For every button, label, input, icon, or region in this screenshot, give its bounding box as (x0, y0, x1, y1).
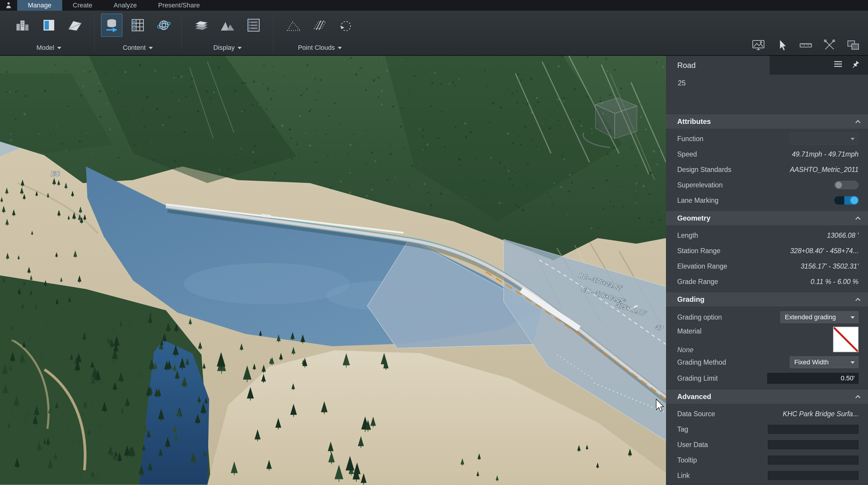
row-station-range: Station Range 328+08.40' - 458+74... (666, 243, 868, 258)
cross-tools-icon[interactable] (823, 38, 837, 52)
point-cloud-convert-icon[interactable] (335, 13, 357, 37)
row-grading-limit: Grading Limit 0.50' (666, 371, 868, 386)
grading-method-value: Fixed Width (794, 359, 829, 366)
section-geometry-title: Geometry (677, 214, 710, 222)
grading-option-label: Grading option (677, 313, 780, 321)
function-label: Function (677, 135, 790, 143)
viewport-3d[interactable]: EC BC - 376+23.82' EC - 376+03.25' 375+0… (0, 55, 666, 485)
chevron-up-icon (855, 119, 862, 124)
elevation-range-label: Elevation Range (677, 262, 801, 270)
grade-range-label: Grade Range (677, 278, 810, 286)
chevron-down-icon (238, 47, 242, 49)
function-dropdown[interactable] (790, 133, 859, 145)
web-globe-icon[interactable] (153, 13, 175, 37)
section-advanced[interactable]: Advanced (666, 390, 868, 404)
model-buildings-icon[interactable] (12, 13, 33, 37)
ribbon-group-point-clouds-label: Point Clouds (298, 44, 335, 51)
user-data-input[interactable] (768, 440, 859, 449)
list-panel-icon[interactable] (243, 13, 264, 37)
section-attributes[interactable]: Attributes (666, 114, 868, 129)
tab-manage[interactable]: Manage (17, 0, 62, 11)
viewport-label-ec: EC (51, 170, 60, 177)
screenshot-icon[interactable] (751, 38, 766, 52)
ruler-icon[interactable] (799, 38, 813, 52)
data-source-label: Data Source (677, 410, 783, 418)
chevron-up-icon (855, 215, 862, 221)
surface-icon[interactable] (64, 13, 86, 37)
ribbon: Model Content (0, 11, 868, 55)
row-length: Length 13066.08 ' (666, 228, 868, 243)
split-view-icon[interactable] (846, 38, 860, 52)
lake-highlight (184, 263, 349, 305)
ribbon-group-point-clouds: Point Clouds (278, 11, 362, 55)
design-standards-label: Design Standards (677, 166, 790, 174)
grading-limit-value: 0.50' (841, 374, 855, 382)
tab-create[interactable]: Create (62, 0, 103, 11)
ribbon-dropdown-model[interactable]: Model (9, 44, 89, 52)
terrain-icon[interactable] (217, 13, 238, 37)
speed-label: Speed (677, 150, 792, 158)
data-source-value: KHC Park Bridge Surfa... (783, 410, 859, 418)
superelevation-toggle[interactable] (834, 181, 859, 189)
pin-icon[interactable] (851, 60, 860, 70)
row-tooltip: Tooltip (666, 452, 868, 468)
link-input[interactable] (768, 471, 859, 480)
material-swatch[interactable] (833, 327, 859, 352)
panel-header: Road (666, 56, 868, 75)
row-speed: Speed 49.71mph - 49.71mph (666, 146, 868, 162)
elevation-range-value: 3156.17' - 3502.31' (801, 262, 859, 270)
properties-panel: Road 25 Attributes Function Speed 49.71m… (666, 55, 868, 485)
chevron-up-icon (855, 296, 862, 303)
grading-method-dropdown[interactable]: Fixed Width (790, 356, 859, 368)
lane-marking-toggle[interactable] (834, 196, 859, 204)
length-value: 13066.08 ' (827, 231, 859, 239)
row-data-source: Data Source KHC Park Bridge Surfa... (666, 406, 868, 422)
grading-limit-label: Grading Limit (677, 374, 767, 382)
station-range-label: Station Range (677, 247, 790, 255)
link-label: Link (677, 472, 768, 480)
ribbon-dropdown-point-clouds[interactable]: Point Clouds (278, 44, 362, 52)
section-advanced-title: Advanced (677, 393, 711, 401)
model-plan-icon[interactable] (38, 13, 60, 37)
grading-limit-input[interactable]: 0.50' (767, 373, 859, 383)
speed-value: 49.71mph - 49.71mph (792, 150, 859, 158)
menu-icon[interactable] (834, 60, 842, 68)
grading-option-dropdown[interactable]: Extended grading (780, 311, 859, 323)
select-cursor-icon[interactable] (775, 38, 789, 52)
length-label: Length (677, 231, 827, 239)
tab-bar: Manage Create Analyze Present/Share (0, 0, 868, 11)
row-elevation-range: Elevation Range 3156.17' - 3502.31' (666, 258, 868, 274)
layers-icon[interactable] (191, 13, 212, 37)
ribbon-dropdown-content[interactable]: Content (99, 44, 177, 52)
section-grading-title: Grading (677, 295, 705, 304)
tab-present-share[interactable]: Present/Share (148, 0, 211, 11)
row-superelevation: Superelevation (666, 177, 868, 193)
point-cloud-terrain-icon[interactable] (283, 13, 305, 37)
material-value: None (677, 346, 702, 354)
lane-marking-label: Lane Marking (677, 197, 834, 204)
grading-option-value: Extended grading (785, 313, 836, 321)
material-label: Material (677, 327, 702, 342)
chevron-down-icon (149, 47, 153, 49)
superelevation-label: Superelevation (677, 181, 834, 189)
tooltip-input[interactable] (768, 456, 859, 464)
ribbon-dropdown-display[interactable]: Display (187, 44, 269, 52)
data-source-icon[interactable] (101, 13, 122, 37)
row-design-standards: Design Standards AASHTO_Metric_2011 (666, 162, 868, 177)
row-grade-range: Grade Range 0.11 % - 6.00 % (666, 274, 868, 289)
tag-label: Tag (677, 425, 768, 433)
section-geometry[interactable]: Geometry (666, 211, 868, 225)
ribbon-separator (181, 15, 182, 51)
ribbon-group-display: Display (187, 11, 269, 55)
row-link: Link (666, 468, 868, 483)
section-grading[interactable]: Grading (666, 292, 868, 307)
tag-input[interactable] (768, 425, 859, 434)
table-icon[interactable] (127, 13, 148, 37)
row-material: Material None (666, 325, 868, 354)
grade-range-value: 0.11 % - 6.00 % (810, 278, 859, 286)
app-logo-icon[interactable] (0, 0, 17, 11)
ribbon-group-model: Model (9, 11, 89, 55)
tab-analyze[interactable]: Analyze (103, 0, 148, 11)
ribbon-group-model-label: Model (36, 44, 54, 51)
point-cloud-section-icon[interactable] (309, 13, 331, 37)
